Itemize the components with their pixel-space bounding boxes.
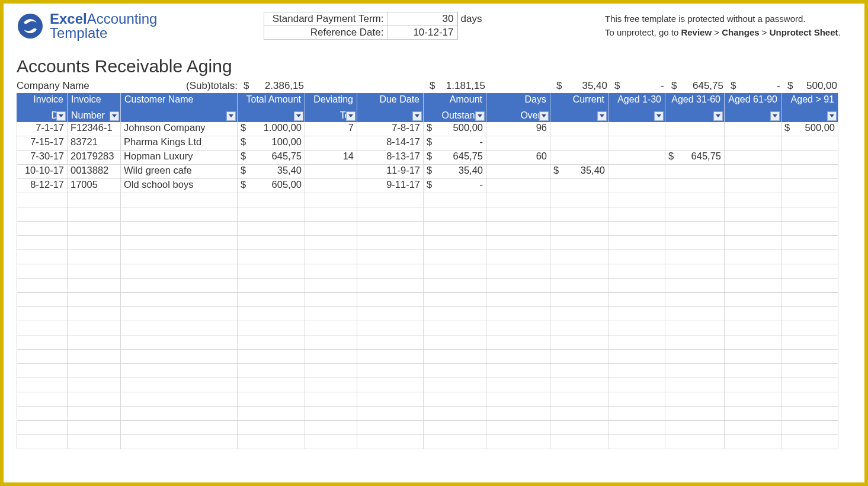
cell[interactable]	[608, 236, 665, 250]
cell[interactable]	[238, 378, 305, 392]
filter-icon[interactable]	[713, 111, 723, 121]
cell[interactable]	[357, 392, 424, 407]
cell[interactable]	[121, 279, 238, 293]
cell[interactable]	[781, 293, 838, 307]
cell[interactable]	[357, 435, 424, 449]
cell[interactable]	[121, 264, 238, 279]
filter-icon[interactable]	[226, 111, 236, 121]
cell[interactable]	[424, 335, 486, 350]
cell-days-overdue[interactable]: 96	[486, 122, 550, 136]
cell[interactable]	[725, 378, 781, 392]
col-due-date[interactable]: Due Date	[357, 93, 424, 122]
cell-invoice-date[interactable]: 7-30-17	[17, 151, 68, 165]
cell[interactable]	[486, 435, 550, 449]
cell[interactable]	[305, 293, 357, 307]
cell-due-date[interactable]: 11-9-17	[357, 165, 424, 179]
cell[interactable]	[665, 279, 725, 293]
col-total-amount[interactable]: Total Amount	[238, 93, 305, 122]
cell-invoice-number[interactable]: F12346-1	[68, 122, 121, 136]
cell[interactable]	[725, 222, 781, 236]
cell-customer-name[interactable]: Wild green cafe	[121, 165, 238, 179]
cell[interactable]	[357, 335, 424, 350]
cell[interactable]	[725, 392, 781, 407]
cell[interactable]	[725, 364, 781, 378]
cell[interactable]	[121, 293, 238, 307]
cell-invoice-number[interactable]: 20179283	[68, 151, 121, 165]
col-aged-91[interactable]: Aged > 91	[781, 93, 838, 122]
cell[interactable]	[17, 236, 68, 250]
cell-customer-name[interactable]: Pharma Kings Ltd	[121, 136, 238, 151]
cell[interactable]	[665, 307, 725, 321]
cell[interactable]	[550, 392, 608, 407]
cell[interactable]	[17, 335, 68, 350]
cell-invoice-date[interactable]: 8-12-17	[17, 179, 68, 193]
cell[interactable]	[781, 350, 838, 364]
cell[interactable]	[357, 364, 424, 378]
cell[interactable]	[486, 335, 550, 350]
cell[interactable]	[17, 364, 68, 378]
cell[interactable]	[121, 236, 238, 250]
cell[interactable]	[608, 350, 665, 364]
cell[interactable]	[357, 350, 424, 364]
cell[interactable]	[121, 435, 238, 449]
cell[interactable]	[121, 421, 238, 435]
cell[interactable]	[608, 250, 665, 264]
cell[interactable]	[68, 407, 121, 421]
param-value[interactable]: 10-12-17	[387, 26, 457, 39]
col-current[interactable]: Current	[550, 93, 608, 122]
cell[interactable]	[665, 407, 725, 421]
cell[interactable]	[68, 207, 121, 222]
cell[interactable]	[17, 207, 68, 222]
cell[interactable]	[550, 264, 608, 279]
cell-customer-name[interactable]: Hopman Luxury	[121, 151, 238, 165]
cell-due-date[interactable]: 8-13-17	[357, 151, 424, 165]
filter-icon[interactable]	[110, 111, 119, 121]
cell-deviating[interactable]: 7	[305, 122, 357, 136]
cell[interactable]	[550, 307, 608, 321]
cell[interactable]	[725, 350, 781, 364]
cell[interactable]	[17, 279, 68, 293]
cell[interactable]	[781, 193, 838, 207]
cell[interactable]	[550, 236, 608, 250]
cell[interactable]	[424, 193, 486, 207]
cell[interactable]	[424, 250, 486, 264]
cell[interactable]	[665, 122, 725, 136]
cell[interactable]	[486, 392, 550, 407]
cell-money[interactable]: $645,75	[238, 151, 305, 165]
cell[interactable]	[305, 364, 357, 378]
cell[interactable]	[68, 307, 121, 321]
filter-icon[interactable]	[56, 111, 66, 121]
cell[interactable]	[424, 236, 486, 250]
cell[interactable]	[17, 392, 68, 407]
cell[interactable]	[725, 335, 781, 350]
cell-deviating[interactable]	[305, 179, 357, 193]
cell-money[interactable]: $35,40	[238, 165, 305, 179]
cell[interactable]	[238, 335, 305, 350]
cell[interactable]	[357, 407, 424, 421]
cell[interactable]	[68, 321, 121, 335]
cell-money[interactable]: $500,00	[781, 122, 838, 136]
cell[interactable]	[357, 264, 424, 279]
cell[interactable]	[550, 293, 608, 307]
cell[interactable]	[781, 207, 838, 222]
cell[interactable]	[424, 350, 486, 364]
cell[interactable]	[608, 179, 665, 193]
cell[interactable]	[550, 222, 608, 236]
cell[interactable]	[305, 435, 357, 449]
filter-icon[interactable]	[597, 111, 607, 121]
cell[interactable]	[608, 151, 665, 165]
cell[interactable]	[608, 264, 665, 279]
cell[interactable]	[121, 207, 238, 222]
cell[interactable]	[238, 222, 305, 236]
cell[interactable]	[781, 179, 838, 193]
cell[interactable]	[357, 293, 424, 307]
cell[interactable]	[17, 222, 68, 236]
cell[interactable]	[725, 279, 781, 293]
cell[interactable]	[305, 321, 357, 335]
cell[interactable]	[665, 421, 725, 435]
cell[interactable]	[68, 279, 121, 293]
cell[interactable]	[550, 407, 608, 421]
cell[interactable]	[238, 279, 305, 293]
cell[interactable]	[725, 122, 781, 136]
cell[interactable]	[424, 307, 486, 321]
